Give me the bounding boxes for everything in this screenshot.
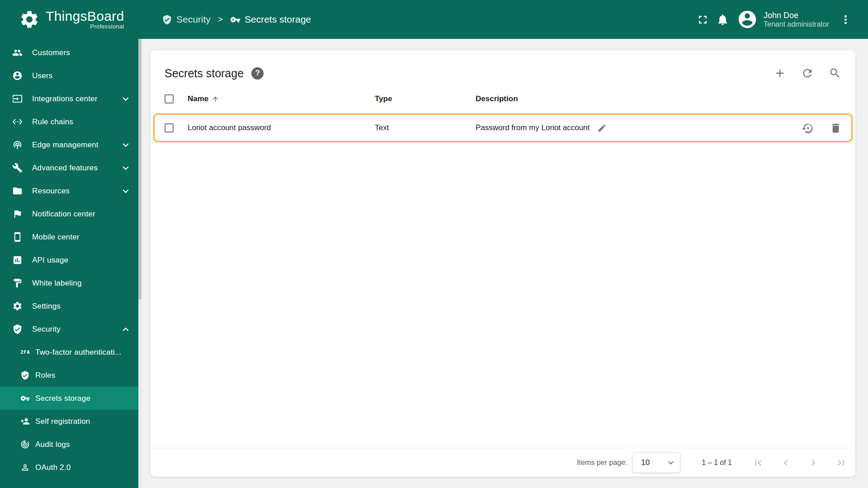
row-description: Password from my Loriot account xyxy=(476,123,590,132)
user-info: John Doe Tenant administrator xyxy=(764,10,829,29)
table-row[interactable]: Loriot account password Text Password fr… xyxy=(153,113,853,142)
user-menu-button[interactable] xyxy=(835,9,855,29)
app-title: ThingsBoard xyxy=(46,9,124,23)
key-icon xyxy=(20,394,30,403)
row-type: Text xyxy=(375,123,389,132)
sidebar-item-mobile-center[interactable]: Mobile center xyxy=(0,225,142,249)
security-shield-icon xyxy=(12,324,23,334)
shield-icon xyxy=(162,14,172,25)
thingsboard-logo-icon xyxy=(19,9,40,30)
user-role: Tenant administrator xyxy=(764,20,829,28)
sidebar-item-audit-logs[interactable]: Audit logs xyxy=(0,433,142,456)
gear-icon xyxy=(12,301,23,311)
sidebar: Customers Users Integrations center Rule… xyxy=(0,39,142,488)
first-page-button[interactable] xyxy=(749,454,767,472)
search-button[interactable] xyxy=(828,66,842,80)
bell-icon xyxy=(716,13,729,26)
column-header-description-label: Description xyxy=(476,94,518,103)
trash-icon xyxy=(830,122,842,134)
sidebar-item-two-factor-authentication[interactable]: 2FA Two-factor authenticati... xyxy=(0,341,142,364)
sidebar-item-label: Advanced features xyxy=(32,164,98,173)
chevron-right-icon xyxy=(807,457,819,469)
fullscreen-icon xyxy=(696,13,709,26)
page-size-select[interactable]: 10 xyxy=(632,452,680,473)
sidebar-item-users[interactable]: Users xyxy=(0,64,142,87)
row-checkbox[interactable] xyxy=(165,123,174,132)
resources-icon xyxy=(12,186,23,196)
delete-secret-button[interactable] xyxy=(829,122,842,134)
sidebar-item-white-labeling[interactable]: White labeling xyxy=(0,272,142,295)
add-secret-button[interactable] xyxy=(773,66,787,80)
help-button[interactable]: ? xyxy=(251,67,264,80)
notifications-button[interactable] xyxy=(712,9,732,29)
user-avatar[interactable] xyxy=(737,9,758,30)
chevron-down-icon xyxy=(665,457,676,468)
main-content: Secrets storage ? xyxy=(142,39,868,488)
sort-ascending-icon xyxy=(212,95,219,103)
sidebar-item-edge-management[interactable]: Edge management xyxy=(0,133,142,156)
refresh-button[interactable] xyxy=(801,66,814,80)
sidebar-item-label: White labeling xyxy=(32,279,82,288)
backup-restore-icon xyxy=(802,122,814,134)
sidebar-item-api-usage[interactable]: API usage xyxy=(0,249,142,272)
help-glyph: ? xyxy=(255,69,259,78)
sidebar-item-label: Rule chains xyxy=(32,117,73,127)
breadcrumb-security[interactable]: Security xyxy=(162,14,211,25)
sidebar-item-label: Resources xyxy=(32,187,70,196)
user-name: John Doe xyxy=(764,10,829,21)
secrets-storage-card: Secrets storage ? xyxy=(151,50,855,477)
notification-center-icon xyxy=(12,209,23,219)
sidebar-item-self-registration[interactable]: Self registration xyxy=(0,410,142,433)
sidebar-item-integrations-center[interactable]: Integrations center xyxy=(0,87,142,110)
app-subtitle: Professional xyxy=(46,23,124,30)
fullscreen-button[interactable] xyxy=(693,9,712,29)
last-page-icon xyxy=(835,457,847,469)
table-header-row: Name Type Description xyxy=(151,86,855,112)
sidebar-item-roles[interactable]: Roles xyxy=(0,364,142,387)
customers-icon xyxy=(12,47,23,58)
sidebar-item-label: Security xyxy=(32,325,61,334)
breadcrumb: Security > Secrets storage xyxy=(162,14,311,25)
sidebar-scrollbar-thumb[interactable] xyxy=(138,39,142,300)
sidebar-item-rule-chains[interactable]: Rule chains xyxy=(0,110,142,133)
chevron-up-icon xyxy=(120,324,132,335)
sidebar-item-customers[interactable]: Customers xyxy=(0,41,142,64)
column-header-type-label: Type xyxy=(375,94,392,103)
sidebar-item-advanced-features[interactable]: Advanced features xyxy=(0,156,142,179)
update-secret-button[interactable] xyxy=(802,122,814,134)
sidebar-item-label: Settings xyxy=(32,302,61,311)
page-size-value: 10 xyxy=(641,458,650,467)
breadcrumb-secrets-storage-label: Secrets storage xyxy=(245,14,311,25)
edge-management-icon xyxy=(12,140,23,150)
column-header-name[interactable]: Name xyxy=(188,94,375,103)
pencil-icon xyxy=(597,123,607,133)
sidebar-item-settings[interactable]: Settings xyxy=(0,295,142,318)
column-header-type[interactable]: Type xyxy=(375,94,476,103)
select-all-checkbox[interactable] xyxy=(165,94,174,103)
audit-logs-icon xyxy=(20,440,30,449)
chevron-left-icon xyxy=(780,457,792,469)
refresh-icon xyxy=(801,67,814,80)
sidebar-item-secrets-storage[interactable]: Secrets storage xyxy=(0,387,142,410)
chevron-down-icon xyxy=(120,93,132,105)
sidebar-item-security[interactable]: Security xyxy=(0,318,142,341)
sidebar-item-oauth[interactable]: OAuth 2.0 xyxy=(0,456,142,479)
paginator-nav xyxy=(749,454,850,472)
chevron-down-icon xyxy=(120,162,132,174)
sidebar-item-notification-center[interactable]: Notification center xyxy=(0,202,142,225)
chevron-down-icon xyxy=(120,185,132,197)
sidebar-item-label: Roles xyxy=(35,371,55,380)
sidebar-scrollbar[interactable] xyxy=(138,39,142,488)
app-header: ThingsBoard Professional Security > Secr… xyxy=(0,0,868,39)
sidebar-item-resources[interactable]: Resources xyxy=(0,179,142,202)
previous-page-button[interactable] xyxy=(777,454,795,472)
integrations-icon xyxy=(12,94,23,104)
column-header-description[interactable]: Description xyxy=(476,94,842,103)
sidebar-item-label: Notification center xyxy=(32,210,95,219)
roles-icon xyxy=(20,371,30,380)
items-per-page-label: Items per page: xyxy=(577,459,627,467)
last-page-button[interactable] xyxy=(832,454,850,472)
edit-description-button[interactable] xyxy=(596,122,607,133)
next-page-button[interactable] xyxy=(804,454,822,472)
white-labeling-icon xyxy=(12,278,23,288)
